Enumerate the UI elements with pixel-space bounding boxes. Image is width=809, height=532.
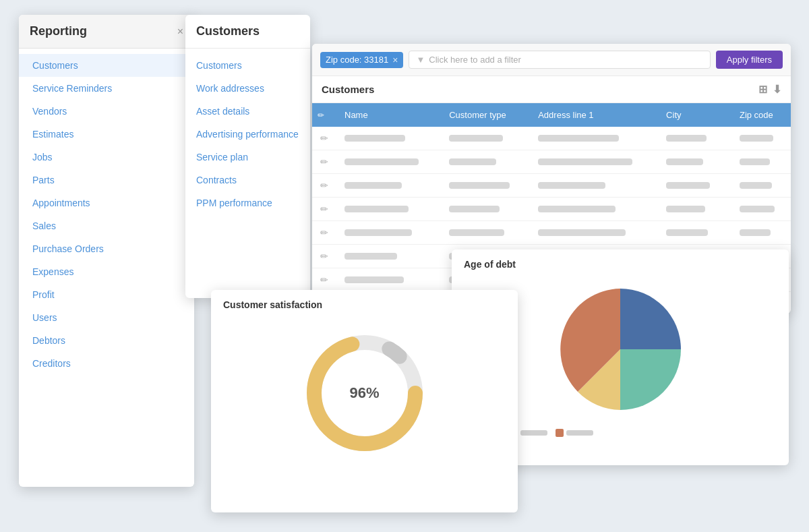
edit-icon[interactable]: ✏ [320, 133, 328, 144]
type-cell [449, 158, 496, 165]
reporting-nav-item-jobs[interactable]: Jobs [19, 146, 194, 169]
pie-chart [553, 282, 688, 417]
filter-input[interactable]: ▼ Click here to add a filter [409, 51, 710, 69]
filter-tag-label: Zip code: 33181 [326, 55, 388, 65]
table-row: ✏ [312, 127, 791, 150]
reporting-nav-item-service-reminders[interactable]: Service Reminders [19, 77, 194, 100]
filter-placeholder-text: Click here to add a filter [429, 55, 521, 65]
table-row: ✏ [312, 174, 791, 198]
customers-sub-panel: Customers CustomersWork addressesAsset d… [185, 15, 310, 298]
reporting-nav-item-creditors[interactable]: Creditors [19, 352, 194, 375]
type-cell [449, 206, 500, 212]
pie-segment-teal [620, 349, 681, 410]
zip-cell [740, 135, 773, 142]
zip-cell [740, 206, 775, 212]
edit-icon[interactable]: ✏ [320, 204, 328, 214]
satisfaction-title: Customer satisfaction [211, 290, 518, 316]
address-col-header[interactable]: Address line 1 [530, 103, 658, 127]
name-cell [344, 158, 419, 165]
table-header: ✏ Name Customer type Address line 1 City… [312, 103, 791, 127]
reporting-nav-item-customers[interactable]: Customers [19, 54, 194, 77]
address-cell [538, 206, 616, 212]
reporting-nav-item-vendors[interactable]: Vendors [19, 100, 194, 123]
customer-satisfaction-panel: Customer satisfaction 96% [211, 290, 518, 512]
customers-nav-item-work-addresses[interactable]: Work addresses [185, 77, 310, 100]
filter-bar: Zip code: 33181 × ▼ Click here to add a … [312, 44, 791, 76]
edit-icon[interactable]: ✏ [320, 274, 328, 285]
legend-item-rust [556, 429, 593, 437]
name-cell [344, 135, 405, 142]
city-col-header[interactable]: City [658, 103, 731, 127]
satisfaction-percentage: 96% [349, 384, 379, 402]
table-row: ✏ [312, 150, 791, 174]
legend-bar-3 [566, 430, 593, 436]
edit-col-header: ✏ [312, 103, 336, 127]
address-cell [538, 158, 632, 165]
city-cell [666, 135, 707, 142]
reporting-close-button[interactable]: × [177, 26, 183, 38]
name-cell [344, 276, 404, 283]
customers-nav-item-contracts[interactable]: Contracts [185, 169, 310, 191]
edit-icon[interactable]: ✏ [320, 156, 328, 167]
name-cell [344, 182, 402, 189]
download-icon[interactable]: ⬇ [773, 83, 781, 96]
zip-cell [740, 182, 772, 189]
filter-tag-close-button[interactable]: × [392, 55, 398, 65]
zip-cell [740, 158, 770, 165]
address-cell [538, 182, 605, 189]
zip-code-filter-tag[interactable]: Zip code: 33181 × [320, 52, 403, 68]
name-cell [344, 253, 397, 260]
reporting-title: Reporting [30, 24, 87, 38]
reporting-nav-item-parts[interactable]: Parts [19, 169, 194, 191]
reporting-nav-item-sales[interactable]: Sales [19, 214, 194, 237]
reporting-nav-item-users[interactable]: Users [19, 306, 194, 329]
reporting-nav-item-profit[interactable]: Profit [19, 283, 194, 306]
name-col-header[interactable]: Name [336, 103, 441, 127]
customers-nav-item-advertising-performance[interactable]: Advertising performance [185, 123, 310, 146]
age-of-debt-title: Age of debt [452, 249, 789, 275]
customers-sub-nav: CustomersWork addressesAsset detailsAdve… [185, 49, 310, 220]
legend-dot-rust [556, 429, 564, 437]
edit-icon[interactable]: ✏ [320, 251, 328, 262]
legend-bar-2 [520, 430, 547, 436]
edit-icon[interactable]: ✏ [320, 227, 328, 238]
table-title-bar: Customers ⊞ ⬇ [312, 76, 791, 103]
customers-nav-item-asset-details[interactable]: Asset details [185, 100, 310, 123]
customer-type-col-header[interactable]: Customer type [441, 103, 530, 127]
city-cell [666, 206, 705, 212]
apply-filters-button[interactable]: Apply filters [716, 51, 783, 69]
type-cell [449, 229, 504, 236]
customers-nav-item-service-plan[interactable]: Service plan [185, 146, 310, 169]
zipcode-col-header[interactable]: Zip code [731, 103, 791, 127]
customers-sub-title: Customers [185, 15, 310, 49]
table-actions: ⊞ ⬇ [758, 83, 781, 96]
filter-icon: ▼ [416, 55, 425, 65]
columns-icon[interactable]: ⊞ [758, 83, 767, 96]
reporting-nav-item-expenses[interactable]: Expenses [19, 260, 194, 283]
address-cell [538, 135, 619, 142]
type-cell [449, 182, 510, 189]
reporting-nav: CustomersService RemindersVendorsEstimat… [19, 49, 194, 380]
type-cell [449, 135, 503, 142]
zip-cell [740, 229, 771, 236]
name-cell [344, 229, 412, 236]
customers-nav-item-customers[interactable]: Customers [185, 54, 310, 77]
address-cell [538, 229, 626, 236]
reporting-nav-item-purchase-orders[interactable]: Purchase Orders [19, 237, 194, 260]
reporting-header: Reporting × [19, 15, 194, 49]
edit-icon[interactable]: ✏ [320, 180, 328, 191]
city-cell [666, 229, 708, 236]
donut-chart-container: 96% [211, 316, 518, 471]
reporting-nav-item-appointments[interactable]: Appointments [19, 191, 194, 214]
table-title: Customers [322, 84, 374, 95]
reporting-nav-item-debtors[interactable]: Debtors [19, 329, 194, 352]
table-row: ✏ [312, 221, 791, 245]
reporting-nav-item-estimates[interactable]: Estimates [19, 123, 194, 146]
pie-segment-blue [620, 289, 681, 349]
city-cell [666, 182, 710, 189]
table-row: ✏ [312, 198, 791, 221]
city-cell [666, 158, 703, 165]
customers-nav-item-ppm-performance[interactable]: PPM performance [185, 191, 310, 214]
name-cell [344, 206, 409, 212]
reporting-panel: Reporting × CustomersService RemindersVe… [19, 15, 194, 487]
